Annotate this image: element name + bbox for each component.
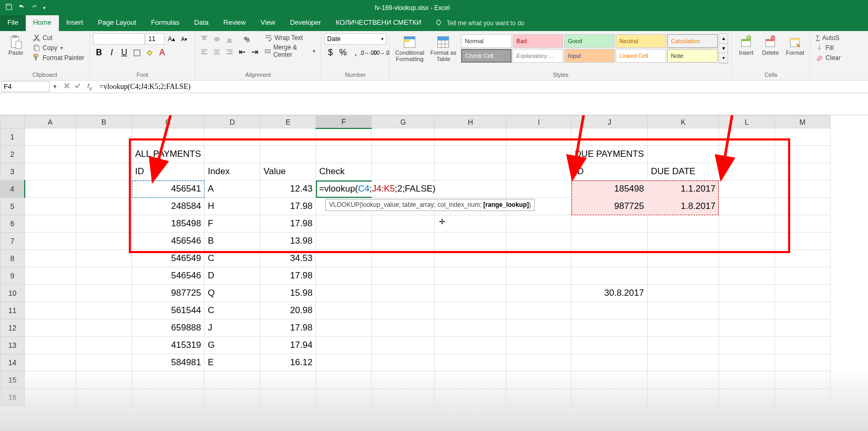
- row-header-5[interactable]: 5: [1, 198, 25, 215]
- cell-I7[interactable]: [506, 233, 571, 250]
- cell-F10[interactable]: [316, 285, 372, 302]
- col-header-M[interactable]: M: [774, 116, 830, 128]
- cell-H10[interactable]: [435, 285, 506, 302]
- row-header-13[interactable]: 13: [1, 337, 25, 354]
- cell-K8[interactable]: [647, 250, 719, 267]
- tab-view[interactable]: View: [253, 15, 282, 31]
- save-icon[interactable]: [5, 3, 13, 12]
- autosum-button[interactable]: ∑AutoS: [813, 33, 843, 42]
- cell-E12[interactable]: 17.98: [260, 319, 316, 337]
- name-box-dropdown-icon[interactable]: ▼: [50, 84, 60, 89]
- cell-A12[interactable]: [25, 319, 76, 337]
- cell-A11[interactable]: [25, 302, 76, 319]
- cell-L4[interactable]: [719, 181, 774, 198]
- cell-G10[interactable]: [372, 285, 435, 302]
- cell-D5[interactable]: H: [205, 198, 260, 215]
- cell-C11[interactable]: 561544: [132, 302, 205, 319]
- col-header-H[interactable]: H: [435, 116, 506, 128]
- cell-K11[interactable]: [647, 302, 719, 319]
- col-header-F[interactable]: F: [316, 116, 372, 128]
- cell-D6[interactable]: F: [205, 215, 260, 233]
- cell-H3[interactable]: [435, 163, 506, 181]
- orientation-icon[interactable]: ab: [241, 33, 253, 45]
- cell-C10[interactable]: 987725: [132, 285, 205, 302]
- name-box[interactable]: F4: [1, 81, 49, 92]
- style-neutral[interactable]: Neutral: [616, 34, 666, 48]
- cell-L2[interactable]: [719, 146, 774, 163]
- cell-C7[interactable]: 456546: [132, 233, 205, 250]
- tab-review[interactable]: Review: [216, 15, 253, 31]
- cell-A8[interactable]: [25, 250, 76, 267]
- conditional-formatting-button[interactable]: Conditional Formatting: [393, 33, 426, 62]
- row-header-12[interactable]: 12: [1, 319, 25, 337]
- align-bottom-icon[interactable]: [223, 33, 235, 45]
- align-right-icon[interactable]: [223, 46, 235, 57]
- cell-E1[interactable]: [260, 128, 316, 146]
- cancel-edit-icon[interactable]: [63, 82, 70, 92]
- cell-J10[interactable]: 30.8.2017: [571, 285, 648, 302]
- col-header-I[interactable]: I: [506, 116, 571, 128]
- style-normal[interactable]: Normal: [461, 34, 512, 48]
- align-center-icon[interactable]: [211, 46, 222, 57]
- cell-H1[interactable]: [435, 128, 506, 146]
- wrap-text-button[interactable]: Wrap Text: [262, 33, 318, 42]
- cell-F8[interactable]: [316, 250, 372, 267]
- cell-E7[interactable]: 13.98: [260, 233, 316, 250]
- cell-L9[interactable]: [719, 267, 774, 285]
- tell-me[interactable]: Tell me what you want to do: [428, 15, 532, 31]
- cell-M13[interactable]: [774, 337, 830, 354]
- font-name-select[interactable]: [93, 33, 145, 45]
- cell-K10[interactable]: [647, 285, 719, 302]
- cell-K6[interactable]: [647, 215, 719, 233]
- cell-G2[interactable]: [372, 146, 435, 163]
- accounting-format-icon[interactable]: $: [324, 47, 336, 58]
- row-header-6[interactable]: 6: [1, 215, 25, 233]
- align-middle-icon[interactable]: [211, 33, 222, 45]
- cell-E3[interactable]: Value: [260, 163, 316, 181]
- cell-E10[interactable]: 15.98: [260, 285, 316, 302]
- style-note[interactable]: Note: [667, 49, 718, 63]
- cell-D8[interactable]: C: [205, 250, 260, 267]
- row-header-9[interactable]: 9: [1, 267, 25, 285]
- number-format-select[interactable]: Date▾: [324, 33, 386, 45]
- cell-A13[interactable]: [25, 337, 76, 354]
- fill-color-button[interactable]: [144, 47, 155, 58]
- cell-I1[interactable]: [506, 128, 571, 146]
- cell-A10[interactable]: [25, 285, 76, 302]
- cell-H9[interactable]: [435, 267, 506, 285]
- cell-L10[interactable]: [719, 285, 774, 302]
- col-header-K[interactable]: K: [647, 116, 719, 128]
- cell-D12[interactable]: J: [205, 319, 260, 337]
- style-check-cell[interactable]: Check Cell: [461, 49, 512, 63]
- cell-F3[interactable]: Check: [316, 163, 372, 181]
- cell-M3[interactable]: [774, 163, 830, 181]
- italic-button[interactable]: I: [106, 47, 117, 58]
- cell-K3[interactable]: DUE DATE: [647, 163, 719, 181]
- increase-indent-icon[interactable]: ⇥: [249, 46, 260, 57]
- style-good[interactable]: Good: [564, 34, 615, 48]
- cell-G13[interactable]: [372, 337, 435, 354]
- cell-H2[interactable]: [435, 146, 506, 163]
- copy-button[interactable]: Copy▾: [30, 43, 86, 52]
- cell-M7[interactable]: [774, 233, 830, 250]
- cell-A9[interactable]: [25, 267, 76, 285]
- style-explanatory[interactable]: Explanatory ...: [513, 49, 563, 63]
- row-header-8[interactable]: 8: [1, 250, 25, 267]
- insert-cells-button[interactable]: Insert: [735, 33, 757, 56]
- col-header-C[interactable]: C: [132, 116, 205, 128]
- cell-J8[interactable]: [571, 250, 648, 267]
- decrease-decimal-icon[interactable]: .00→.0: [375, 47, 386, 58]
- row-header-2[interactable]: 2: [1, 146, 25, 163]
- cell-J13[interactable]: [571, 337, 648, 354]
- row-header-4[interactable]: 4: [1, 181, 25, 198]
- tab-file[interactable]: File: [0, 15, 26, 31]
- formula-input[interactable]: =vlookup(C4;J4:K5;2;FALSE): [95, 83, 868, 91]
- cell-M5[interactable]: [774, 198, 830, 215]
- cell-B11[interactable]: [76, 302, 132, 319]
- cell-I12[interactable]: [506, 319, 571, 337]
- cell-H4[interactable]: [435, 181, 506, 198]
- cell-D10[interactable]: Q: [205, 285, 260, 302]
- cell-J2[interactable]: DUE PAYMENTS: [571, 146, 648, 163]
- cell-K13[interactable]: [647, 337, 719, 354]
- formula-bar-expanded-area[interactable]: [0, 93, 868, 115]
